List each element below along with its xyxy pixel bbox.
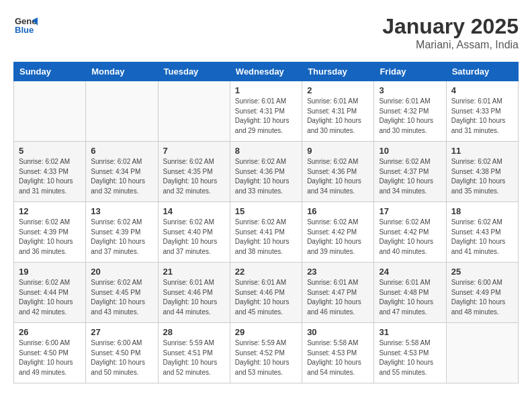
- calendar-cell: 18Sunrise: 6:02 AM Sunset: 4:43 PM Dayli…: [446, 202, 518, 263]
- calendar-cell: [158, 81, 230, 142]
- calendar-cell: 31Sunrise: 5:58 AM Sunset: 4:53 PM Dayli…: [374, 323, 446, 383]
- day-header-tuesday: Tuesday: [158, 62, 230, 81]
- calendar-cell: 19Sunrise: 6:02 AM Sunset: 4:44 PM Dayli…: [14, 263, 86, 323]
- day-detail: Sunrise: 6:02 AM Sunset: 4:39 PM Dayligh…: [19, 218, 81, 257]
- calendar-cell: 11Sunrise: 6:02 AM Sunset: 4:38 PM Dayli…: [446, 142, 518, 202]
- day-number: 26: [19, 327, 81, 337]
- day-detail: Sunrise: 6:02 AM Sunset: 4:36 PM Dayligh…: [307, 157, 369, 196]
- day-number: 1: [235, 85, 297, 95]
- day-header-sunday: Sunday: [14, 62, 86, 81]
- day-detail: Sunrise: 6:00 AM Sunset: 4:49 PM Dayligh…: [451, 278, 513, 317]
- day-detail: Sunrise: 6:01 AM Sunset: 4:31 PM Dayligh…: [307, 97, 369, 136]
- calendar-subtitle: Mariani, Assam, India: [382, 39, 519, 51]
- day-detail: Sunrise: 6:00 AM Sunset: 4:50 PM Dayligh…: [19, 338, 81, 377]
- day-number: 3: [379, 85, 441, 95]
- calendar-cell: 2Sunrise: 6:01 AM Sunset: 4:31 PM Daylig…: [302, 81, 374, 142]
- week-row-5: 26Sunrise: 6:00 AM Sunset: 4:50 PM Dayli…: [14, 323, 519, 383]
- day-number: 13: [91, 206, 152, 216]
- day-number: 14: [163, 206, 225, 216]
- day-number: 10: [379, 146, 441, 156]
- title-block: January 2025 Mariani, Assam, India: [382, 13, 519, 51]
- day-detail: Sunrise: 6:02 AM Sunset: 4:43 PM Dayligh…: [451, 218, 513, 257]
- day-detail: Sunrise: 6:01 AM Sunset: 4:32 PM Dayligh…: [379, 97, 441, 136]
- day-detail: Sunrise: 6:02 AM Sunset: 4:41 PM Dayligh…: [235, 218, 297, 257]
- day-number: 9: [307, 146, 369, 156]
- day-detail: Sunrise: 6:02 AM Sunset: 4:44 PM Dayligh…: [19, 278, 81, 317]
- day-detail: Sunrise: 6:02 AM Sunset: 4:37 PM Dayligh…: [379, 157, 441, 196]
- day-number: 15: [235, 206, 297, 216]
- day-number: 27: [91, 327, 152, 337]
- calendar-cell: 5Sunrise: 6:02 AM Sunset: 4:33 PM Daylig…: [14, 142, 86, 202]
- logo: General Blue: [13, 13, 38, 40]
- day-number: 7: [163, 146, 225, 156]
- day-number: 24: [379, 267, 441, 277]
- day-detail: Sunrise: 6:01 AM Sunset: 4:47 PM Dayligh…: [307, 278, 369, 317]
- calendar-cell: 20Sunrise: 6:02 AM Sunset: 4:45 PM Dayli…: [86, 263, 158, 323]
- day-number: 30: [307, 327, 369, 337]
- day-number: 12: [19, 206, 81, 216]
- day-detail: Sunrise: 6:02 AM Sunset: 4:38 PM Dayligh…: [451, 157, 513, 196]
- calendar-cell: 12Sunrise: 6:02 AM Sunset: 4:39 PM Dayli…: [14, 202, 86, 263]
- calendar-cell: 21Sunrise: 6:01 AM Sunset: 4:46 PM Dayli…: [158, 263, 230, 323]
- day-number: 11: [451, 146, 513, 156]
- calendar-cell: 14Sunrise: 6:02 AM Sunset: 4:40 PM Dayli…: [158, 202, 230, 263]
- week-row-3: 12Sunrise: 6:02 AM Sunset: 4:39 PM Dayli…: [14, 202, 519, 263]
- day-number: 2: [307, 85, 369, 95]
- calendar-cell: 24Sunrise: 6:01 AM Sunset: 4:48 PM Dayli…: [374, 263, 446, 323]
- logo-icon: General Blue: [13, 13, 38, 40]
- day-detail: Sunrise: 5:59 AM Sunset: 4:52 PM Dayligh…: [235, 338, 297, 377]
- day-header-wednesday: Wednesday: [230, 62, 302, 81]
- calendar-cell: [446, 323, 518, 383]
- calendar-cell: 16Sunrise: 6:02 AM Sunset: 4:42 PM Dayli…: [302, 202, 374, 263]
- calendar-cell: 22Sunrise: 6:01 AM Sunset: 4:46 PM Dayli…: [230, 263, 302, 323]
- calendar-cell: 9Sunrise: 6:02 AM Sunset: 4:36 PM Daylig…: [302, 142, 374, 202]
- calendar-cell: 4Sunrise: 6:01 AM Sunset: 4:33 PM Daylig…: [446, 81, 518, 142]
- day-detail: Sunrise: 6:02 AM Sunset: 4:40 PM Dayligh…: [163, 218, 225, 257]
- day-detail: Sunrise: 6:01 AM Sunset: 4:46 PM Dayligh…: [235, 278, 297, 317]
- day-number: 31: [379, 327, 441, 337]
- calendar-cell: 17Sunrise: 6:02 AM Sunset: 4:42 PM Dayli…: [374, 202, 446, 263]
- calendar-cell: 23Sunrise: 6:01 AM Sunset: 4:47 PM Dayli…: [302, 263, 374, 323]
- day-detail: Sunrise: 6:02 AM Sunset: 4:42 PM Dayligh…: [379, 218, 441, 257]
- day-number: 28: [163, 327, 225, 337]
- calendar-cell: 1Sunrise: 6:01 AM Sunset: 4:31 PM Daylig…: [230, 81, 302, 142]
- day-detail: Sunrise: 6:00 AM Sunset: 4:50 PM Dayligh…: [91, 338, 152, 377]
- day-header-saturday: Saturday: [446, 62, 518, 81]
- calendar-cell: 10Sunrise: 6:02 AM Sunset: 4:37 PM Dayli…: [374, 142, 446, 202]
- days-header-row: SundayMondayTuesdayWednesdayThursdayFrid…: [14, 62, 519, 81]
- calendar-cell: 29Sunrise: 5:59 AM Sunset: 4:52 PM Dayli…: [230, 323, 302, 383]
- day-detail: Sunrise: 6:01 AM Sunset: 4:31 PM Dayligh…: [235, 97, 297, 136]
- day-detail: Sunrise: 5:58 AM Sunset: 4:53 PM Dayligh…: [379, 338, 441, 377]
- day-number: 18: [451, 206, 513, 216]
- day-number: 25: [451, 267, 513, 277]
- calendar-cell: 26Sunrise: 6:00 AM Sunset: 4:50 PM Dayli…: [14, 323, 86, 383]
- day-detail: Sunrise: 5:58 AM Sunset: 4:53 PM Dayligh…: [307, 338, 369, 377]
- calendar-cell: [86, 81, 158, 142]
- day-detail: Sunrise: 6:01 AM Sunset: 4:33 PM Dayligh…: [451, 97, 513, 136]
- day-detail: Sunrise: 6:02 AM Sunset: 4:45 PM Dayligh…: [91, 278, 152, 317]
- svg-text:Blue: Blue: [15, 25, 34, 35]
- week-row-1: 1Sunrise: 6:01 AM Sunset: 4:31 PM Daylig…: [14, 81, 519, 142]
- calendar-cell: 6Sunrise: 6:02 AM Sunset: 4:34 PM Daylig…: [86, 142, 158, 202]
- week-row-2: 5Sunrise: 6:02 AM Sunset: 4:33 PM Daylig…: [14, 142, 519, 202]
- day-number: 17: [379, 206, 441, 216]
- day-number: 19: [19, 267, 81, 277]
- day-number: 8: [235, 146, 297, 156]
- day-detail: Sunrise: 5:59 AM Sunset: 4:51 PM Dayligh…: [163, 338, 225, 377]
- day-header-thursday: Thursday: [302, 62, 374, 81]
- day-detail: Sunrise: 6:01 AM Sunset: 4:48 PM Dayligh…: [379, 278, 441, 317]
- calendar-cell: 28Sunrise: 5:59 AM Sunset: 4:51 PM Dayli…: [158, 323, 230, 383]
- day-detail: Sunrise: 6:01 AM Sunset: 4:46 PM Dayligh…: [163, 278, 225, 317]
- calendar-cell: 25Sunrise: 6:00 AM Sunset: 4:49 PM Dayli…: [446, 263, 518, 323]
- calendar-cell: [14, 81, 86, 142]
- page-header: General Blue January 2025 Mariani, Assam…: [13, 13, 519, 51]
- day-detail: Sunrise: 6:02 AM Sunset: 4:35 PM Dayligh…: [163, 157, 225, 196]
- day-detail: Sunrise: 6:02 AM Sunset: 4:33 PM Dayligh…: [19, 157, 81, 196]
- calendar-title: January 2025: [382, 13, 519, 39]
- week-row-4: 19Sunrise: 6:02 AM Sunset: 4:44 PM Dayli…: [14, 263, 519, 323]
- day-header-friday: Friday: [374, 62, 446, 81]
- calendar-table: SundayMondayTuesdayWednesdayThursdayFrid…: [13, 62, 519, 383]
- day-detail: Sunrise: 6:02 AM Sunset: 4:34 PM Dayligh…: [91, 157, 152, 196]
- day-number: 6: [91, 146, 152, 156]
- day-number: 23: [307, 267, 369, 277]
